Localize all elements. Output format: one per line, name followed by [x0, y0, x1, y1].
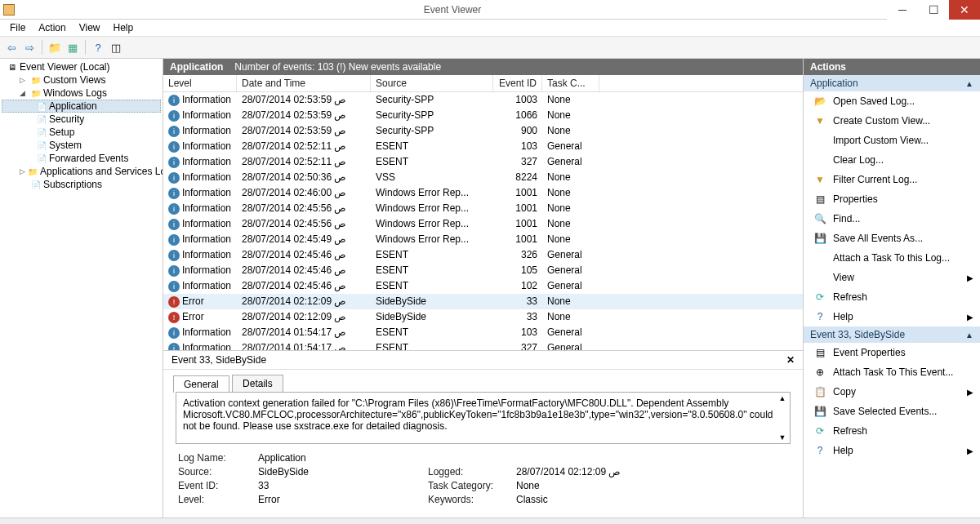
forward-button[interactable]: ⇨ — [21, 39, 38, 56]
log-icon: 📄 — [36, 153, 47, 164]
actions-section-event[interactable]: Event 33, SideBySide▲ — [804, 326, 980, 343]
detail-close[interactable]: ✕ — [786, 354, 795, 366]
help-icon[interactable]: ? — [90, 39, 106, 56]
action-view[interactable]: View▶ — [804, 268, 980, 287]
detail-tabs: General Details — [173, 375, 793, 392]
col-eventid[interactable]: Event ID — [493, 75, 542, 91]
info-icon: i — [168, 141, 180, 153]
table-row[interactable]: iInformation28/07/2014 01:54:17 صESENT32… — [163, 340, 803, 351]
action-refresh2[interactable]: ⟳Refresh — [804, 421, 980, 441]
action-event-props[interactable]: ▤Event Properties — [804, 343, 980, 362]
scroll-down-icon[interactable]: ▼ — [777, 433, 788, 442]
action-filter-log[interactable]: ▼Filter Current Log... — [804, 170, 980, 189]
tree-log-forwarded[interactable]: 📄Forwarded Events — [2, 152, 161, 165]
action-save-selected[interactable]: 💾Save Selected Events... — [804, 402, 980, 421]
folder-icon: 📁 — [30, 88, 41, 99]
pane-icon[interactable]: ◫ — [108, 39, 124, 56]
tree-custom-views[interactable]: ▷📁Custom Views — [2, 73, 161, 87]
table-row[interactable]: iInformation28/07/2014 02:53:59 صSecurit… — [163, 123, 803, 139]
table-row[interactable]: iInformation28/07/2014 02:45:46 صESENT10… — [163, 263, 803, 278]
chevron-right-icon: ▶ — [967, 313, 973, 322]
table-row[interactable]: !Error28/07/2014 02:12:09 صSideBySide33N… — [163, 309, 803, 325]
folder-icon[interactable]: 📁 — [47, 39, 63, 56]
action-help2[interactable]: ?Help▶ — [804, 441, 980, 460]
table-row[interactable]: iInformation28/07/2014 02:45:49 صWindows… — [163, 232, 803, 247]
app-icon — [3, 4, 15, 16]
refresh-icon: ⟳ — [813, 424, 826, 437]
tree-log-setup[interactable]: 📄Setup — [2, 126, 161, 139]
table-row[interactable]: iInformation28/07/2014 02:45:56 صWindows… — [163, 216, 803, 232]
table-row[interactable]: iInformation28/07/2014 01:54:17 صESENT10… — [163, 325, 803, 340]
action-import-view[interactable]: Import Custom View... — [804, 131, 980, 150]
action-attach-event[interactable]: ⊕Attach Task To This Event... — [804, 362, 980, 382]
tab-general[interactable]: General — [173, 375, 229, 393]
menubar: File Action View Help — [0, 20, 980, 36]
info-icon: i — [168, 250, 180, 261]
save-icon: 💾 — [813, 232, 826, 245]
save-icon: 💾 — [813, 405, 826, 418]
statusbar — [0, 517, 980, 524]
menu-help[interactable]: Help — [107, 20, 140, 35]
col-task[interactable]: Task C... — [542, 75, 599, 91]
tree-apps-services[interactable]: ▷📁Applications and Services Lo — [2, 165, 161, 178]
tab-details[interactable]: Details — [232, 375, 283, 392]
computer-icon: 🖥 — [7, 62, 17, 73]
col-level[interactable]: Level — [163, 75, 237, 91]
info-icon: i — [168, 95, 180, 106]
action-copy[interactable]: 📋Copy▶ — [804, 382, 980, 402]
collapse-icon: ▲ — [965, 79, 973, 88]
chevron-right-icon: ▶ — [967, 446, 973, 455]
table-row[interactable]: !Error28/07/2014 02:12:09 صSideBySide33N… — [163, 294, 803, 309]
action-open-saved[interactable]: 📂Open Saved Log... — [804, 91, 980, 111]
filter-icon: ▼ — [813, 114, 826, 127]
actions-title: Actions — [804, 59, 980, 75]
properties-icon: ▤ — [813, 346, 826, 359]
log-name: Application — [170, 61, 223, 73]
menu-file[interactable]: File — [3, 20, 32, 35]
tree-log-security[interactable]: 📄Security — [2, 113, 161, 126]
menu-view[interactable]: View — [73, 20, 107, 35]
menu-action[interactable]: Action — [32, 20, 72, 35]
titlebar: Event Viewer ─ ☐ ✕ — [0, 0, 980, 20]
table-row[interactable]: iInformation28/07/2014 02:50:36 صVSS8224… — [163, 170, 803, 185]
col-date[interactable]: Date and Time — [237, 75, 371, 91]
info-icon: i — [168, 157, 180, 168]
action-find[interactable]: 🔍Find... — [804, 209, 980, 229]
folder-icon: 📁 — [30, 75, 41, 86]
action-clear-log[interactable]: Clear Log... — [804, 150, 980, 170]
event-table[interactable]: Level Date and Time Source Event ID Task… — [163, 75, 803, 351]
info-icon: i — [168, 188, 180, 199]
info-icon: i — [168, 265, 180, 277]
tree-windows-logs[interactable]: ◢📁Windows Logs — [2, 87, 161, 100]
table-row[interactable]: iInformation28/07/2014 02:53:59 صSecurit… — [163, 108, 803, 123]
tree-subscriptions[interactable]: 📄Subscriptions — [2, 178, 161, 191]
scroll-up-icon[interactable]: ▲ — [777, 394, 788, 402]
info-icon: i — [168, 281, 180, 292]
action-help[interactable]: ?Help▶ — [804, 307, 980, 326]
table-row[interactable]: iInformation28/07/2014 02:45:56 صWindows… — [163, 201, 803, 216]
minimize-button[interactable]: ─ — [887, 0, 918, 20]
action-refresh[interactable]: ⟳Refresh — [804, 287, 980, 307]
actions-pane: Actions Application▲ 📂Open Saved Log... … — [804, 59, 980, 517]
info-icon: i — [168, 219, 180, 230]
error-icon: ! — [168, 296, 180, 308]
actions-section-app[interactable]: Application▲ — [804, 75, 980, 91]
tree-root[interactable]: 🖥Event Viewer (Local) — [2, 60, 161, 73]
table-row[interactable]: iInformation28/07/2014 02:52:11 صESENT32… — [163, 154, 803, 170]
table-row[interactable]: iInformation28/07/2014 02:45:46 صESENT10… — [163, 278, 803, 294]
col-source[interactable]: Source — [371, 75, 493, 91]
table-row[interactable]: iInformation28/07/2014 02:45:46 صESENT32… — [163, 247, 803, 263]
close-button[interactable]: ✕ — [949, 0, 980, 20]
maximize-button[interactable]: ☐ — [918, 0, 949, 20]
action-create-view[interactable]: ▼Create Custom View... — [804, 111, 980, 131]
view-icon[interactable]: ▦ — [65, 39, 81, 56]
action-properties[interactable]: ▤Properties — [804, 189, 980, 209]
table-row[interactable]: iInformation28/07/2014 02:52:11 صESENT10… — [163, 139, 803, 154]
table-row[interactable]: iInformation28/07/2014 02:46:00 صWindows… — [163, 185, 803, 201]
tree-log-system[interactable]: 📄System — [2, 139, 161, 152]
action-attach-task[interactable]: Attach a Task To this Log... — [804, 248, 980, 268]
table-row[interactable]: iInformation28/07/2014 02:53:59 صSecurit… — [163, 92, 803, 108]
tree-log-application[interactable]: 📄Application — [2, 100, 161, 113]
back-button[interactable]: ⇦ — [3, 39, 20, 56]
action-save-all[interactable]: 💾Save All Events As... — [804, 229, 980, 248]
